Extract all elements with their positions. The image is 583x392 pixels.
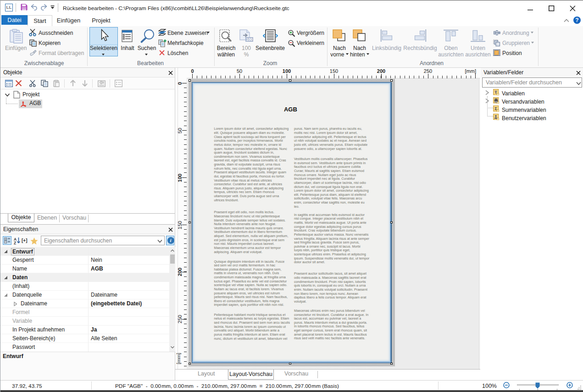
svg-text:100: 100: [246, 37, 252, 42]
svg-text:T: T: [494, 90, 497, 94]
svg-text:Z: Z: [14, 241, 16, 245]
svg-text:Σ: Σ: [494, 106, 497, 111]
